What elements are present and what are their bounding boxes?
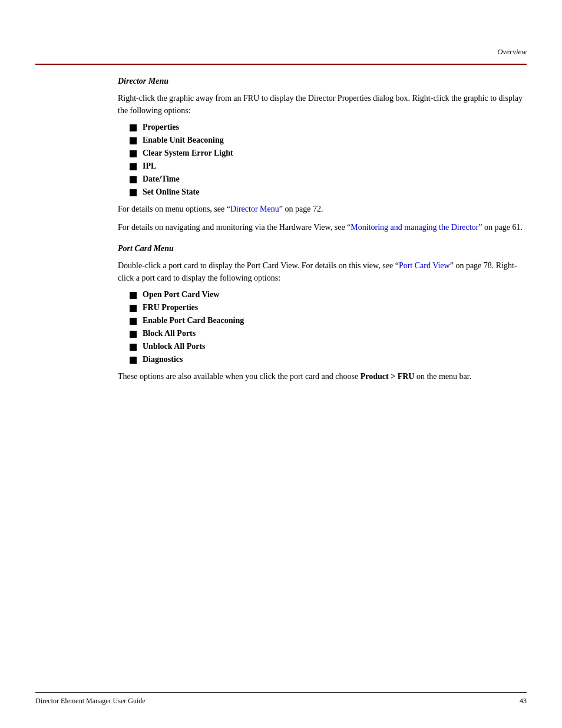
director-menu-details-1: For details on menu options, see “Direct… (118, 203, 527, 215)
director-menu-list: Properties Enable Unit Beaconing Clear S… (130, 123, 527, 197)
list-item: Enable Unit Beaconing (130, 136, 527, 145)
details-prefix-1: For details on menu options, see “ (118, 205, 230, 213)
footer-left-text: Director Element Manager User Guide (35, 697, 146, 706)
content-area: Director Menu Right-click the graphic aw… (118, 77, 527, 393)
bullet-icon (130, 163, 137, 170)
port-card-menu-intro: Double-click a port card to display the … (118, 259, 527, 284)
list-item: IPL (130, 162, 527, 171)
details-suffix-2: ” on page 61. (478, 223, 523, 232)
bullet-icon (130, 150, 137, 157)
port-card-intro-prefix: Double-click a port card to display the … (118, 261, 399, 270)
bullet-icon (130, 318, 137, 325)
director-menu-section: Director Menu Right-click the graphic aw… (118, 77, 527, 233)
bullet-label: Block All Ports (143, 329, 196, 338)
bullet-icon (130, 189, 137, 196)
details-suffix-1: ” on page 72. (279, 205, 323, 213)
bullet-label: Properties (143, 123, 179, 132)
footer-prefix: These options are also available when yo… (118, 372, 361, 381)
bullet-label: FRU Properties (143, 303, 198, 312)
bullet-label: Enable Unit Beaconing (143, 136, 224, 145)
bullet-icon (130, 357, 137, 364)
port-card-menu-section: Port Card Menu Double-click a port card … (118, 244, 527, 383)
footer-rule (35, 692, 527, 693)
list-item: Set Online State (130, 187, 527, 197)
bullet-label: Clear System Error Light (143, 149, 233, 158)
bullet-icon (130, 124, 137, 131)
list-item: Date/Time (130, 174, 527, 184)
bullet-icon (130, 292, 137, 299)
list-item: FRU Properties (130, 303, 527, 312)
page-container: Overview Director Menu Right-click the g… (0, 0, 562, 728)
port-card-menu-heading: Port Card Menu (118, 244, 527, 253)
director-menu-link[interactable]: Director Menu (230, 205, 279, 213)
footer-content: Director Element Manager User Guide 43 (35, 697, 527, 706)
list-item: Diagnostics (130, 355, 527, 364)
bullet-icon (130, 331, 137, 338)
bullet-icon (130, 344, 137, 351)
bullet-label: Set Online State (143, 187, 199, 197)
details-prefix-2: For details on navigating and monitoring… (118, 223, 351, 232)
list-item: Enable Port Card Beaconing (130, 316, 527, 325)
page-number: 43 (520, 697, 527, 706)
director-menu-heading: Director Menu (118, 77, 527, 86)
director-menu-details-2: For details on navigating and monitoring… (118, 221, 527, 233)
port-card-footer-text: These options are also available when yo… (118, 370, 527, 383)
bullet-label: Unblock All Ports (143, 342, 206, 351)
list-item: Block All Ports (130, 329, 527, 338)
bullet-label: Date/Time (143, 174, 180, 184)
top-rule (35, 64, 527, 65)
bullet-icon (130, 176, 137, 183)
footer-suffix: on the menu bar. (414, 372, 471, 381)
bullet-icon (130, 137, 137, 144)
bullet-label: Diagnostics (143, 355, 183, 364)
list-item: Properties (130, 123, 527, 132)
director-menu-intro: Right-click the graphic away from an FRU… (118, 92, 527, 117)
section-name: Overview (497, 47, 527, 56)
list-item: Clear System Error Light (130, 149, 527, 158)
list-item: Unblock All Ports (130, 342, 527, 351)
bullet-label: Enable Port Card Beaconing (143, 316, 244, 325)
bullet-label: IPL (143, 162, 156, 171)
list-item: Open Port Card View (130, 290, 527, 299)
product-fru-bold: Product > FRU (361, 372, 415, 381)
monitoring-link[interactable]: Monitoring and managing the Director (351, 223, 478, 232)
bullet-icon (130, 305, 137, 312)
header-section: Overview (497, 47, 527, 57)
port-card-view-link[interactable]: Port Card View (399, 261, 450, 270)
bullet-label: Open Port Card View (143, 290, 219, 299)
port-card-menu-list: Open Port Card View FRU Properties Enabl… (130, 290, 527, 364)
